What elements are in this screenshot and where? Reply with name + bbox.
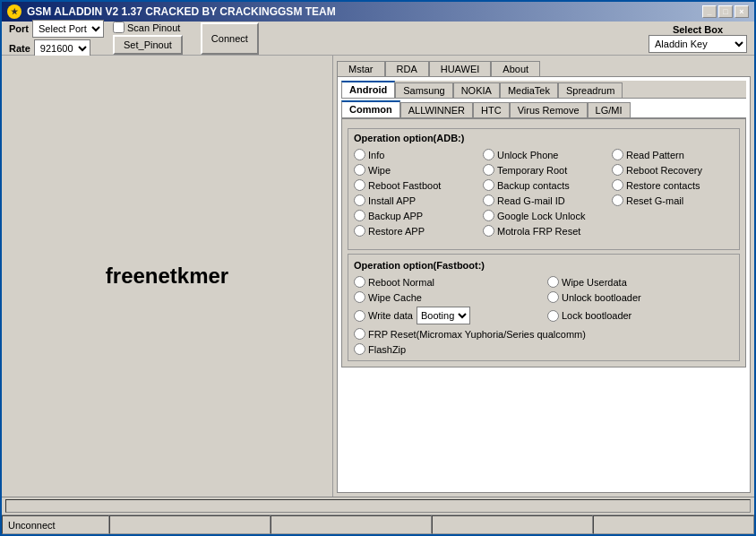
radio-google-lock-unlock[interactable]: Google Lock Unlock: [483, 210, 734, 221]
adb-section-title: Operation option(ADB:): [354, 133, 734, 143]
status-segment-3: [271, 515, 432, 534]
port-rate-section: Port Select Port Rate 921600: [9, 20, 104, 57]
status-segment-2: [109, 515, 271, 534]
main-window: ★ GSM ALADDIN V2 1.37 CRACKED BY CRACKIN…: [0, 0, 756, 536]
tab-spreadrum[interactable]: Spreadrum: [558, 82, 623, 98]
titlebar-controls: _ □ ×: [702, 5, 749, 18]
radio-restore-app[interactable]: Restore APP: [354, 225, 476, 237]
tab-virus-remove[interactable]: Virus Remove: [510, 102, 588, 117]
content-area: freenetkmer Mstar RDA HUAWEI About Andro…: [2, 56, 754, 497]
radio-wipe[interactable]: Wipe: [354, 164, 476, 176]
radio-read-gmail-id[interactable]: Read G-mail ID: [483, 195, 605, 206]
select-box-section: Select Box Aladdin Key: [649, 24, 747, 53]
radio-reboot-fastboot[interactable]: Reboot Fastboot: [354, 179, 476, 191]
tab-mstar[interactable]: Mstar: [337, 61, 385, 76]
titlebar: ★ GSM ALADDIN V2 1.37 CRACKED BY CRACKIN…: [2, 2, 754, 22]
fastboot-options-grid: Reboot Normal Wipe Userdata Wipe Cache U…: [354, 276, 734, 324]
scan-pinout-checkbox[interactable]: [113, 22, 125, 33]
tab-lg-mi[interactable]: LG/MI: [588, 102, 631, 117]
radio-flashzip[interactable]: FlashZip: [354, 343, 734, 355]
select-box-label: Select Box: [649, 24, 747, 35]
minimize-button[interactable]: _: [702, 5, 717, 18]
tab-content-area: Android Samsung NOKIA MediaTek Spreadrum…: [337, 76, 751, 493]
status-segment-1: Unconnect: [2, 515, 109, 534]
close-button[interactable]: ×: [735, 5, 749, 18]
radio-unlock-phone[interactable]: Unlock Phone: [483, 149, 605, 160]
radio-read-pattern[interactable]: Read Pattern: [612, 149, 734, 160]
radio-write-data[interactable]: Write data: [354, 310, 413, 322]
radio-motrola-frp[interactable]: Motrola FRP Reset: [483, 225, 734, 237]
radio-frp-reset[interactable]: FRP Reset(Micromax Yuphoria/Series qualc…: [354, 328, 734, 340]
tab-common[interactable]: Common: [341, 100, 400, 117]
write-data-row: Write data Booting: [354, 307, 540, 324]
select-box-select[interactable]: Aladdin Key: [649, 35, 747, 53]
radio-lock-bootloader[interactable]: Lock bootloader: [547, 307, 734, 324]
adb-section: Operation option(ADB:) Info Unlock Phone…: [348, 128, 740, 250]
left-panel: freenetkmer: [2, 56, 333, 497]
rate-select[interactable]: 921600: [34, 39, 90, 57]
window-title: GSM ALADDIN V2 1.37 CRACKED BY CRACKINGG…: [27, 5, 336, 18]
progress-bar: [5, 499, 751, 513]
rate-label: Rate: [9, 43, 30, 54]
radio-backup-app[interactable]: Backup APP: [354, 210, 476, 221]
radio-wipe-cache[interactable]: Wipe Cache: [354, 291, 540, 303]
port-section: Port Select Port: [9, 20, 104, 38]
connect-button[interactable]: Connect: [201, 22, 259, 55]
radio-backup-contacts[interactable]: Backup contacts: [483, 179, 605, 191]
scan-pinout-check[interactable]: Scan Pinout: [113, 22, 183, 33]
write-data-label: Write data: [368, 310, 413, 321]
pinout-section: Scan Pinout Set_Pinout: [113, 22, 183, 55]
tab-samsung[interactable]: Samsung: [395, 82, 452, 98]
port-select[interactable]: Select Port: [32, 20, 104, 38]
radio-install-app[interactable]: Install APP: [354, 195, 476, 206]
flashzip-row: FlashZip: [354, 343, 734, 355]
status-segment-5: [593, 515, 754, 534]
fastboot-section-title: Operation option(Fastboot:): [354, 260, 734, 271]
tab-htc[interactable]: HTC: [473, 102, 510, 117]
radio-wipe-userdata[interactable]: Wipe Userdata: [547, 276, 734, 288]
booting-select[interactable]: Booting: [417, 307, 470, 324]
tab-android[interactable]: Android: [341, 81, 395, 98]
right-panel: Mstar RDA HUAWEI About Android Samsung N…: [333, 56, 754, 497]
inner-content: Operation option(ADB:) Info Unlock Phone…: [341, 118, 746, 367]
tabs-row3: Common ALLWINNER HTC Virus Remove LG/MI: [341, 100, 746, 118]
adb-options-grid: Info Unlock Phone Read Pattern Wipe Temp…: [354, 149, 734, 237]
toolbar: Port Select Port Rate 921600 Scan Pinout…: [2, 22, 754, 56]
radio-restore-contacts[interactable]: Restore contacts: [612, 179, 734, 191]
status-bar: Unconnect: [2, 514, 754, 534]
status-text: Unconnect: [8, 520, 56, 531]
app-icon: ★: [7, 4, 21, 19]
tab-rda[interactable]: RDA: [385, 61, 429, 76]
frp-reset-row: FRP Reset(Micromax Yuphoria/Series qualc…: [354, 328, 734, 340]
maximize-button[interactable]: □: [718, 5, 733, 18]
port-label: Port: [9, 23, 29, 34]
scan-pinout-label: Scan Pinout: [127, 22, 180, 33]
radio-reboot-normal[interactable]: Reboot Normal: [354, 276, 540, 288]
set-pinout-button[interactable]: Set_Pinout: [113, 35, 183, 55]
fastboot-section: Operation option(Fastboot:) Reboot Norma…: [348, 254, 740, 361]
radio-info[interactable]: Info: [354, 149, 476, 160]
rate-section: Rate 921600: [9, 39, 104, 57]
tab-about[interactable]: About: [491, 61, 540, 76]
tab-nokia[interactable]: NOKIA: [453, 82, 500, 98]
radio-temporary-root[interactable]: Temporary Root: [483, 164, 605, 176]
radio-unlock-bootloader[interactable]: Unlock bootloader: [547, 291, 734, 303]
tabs-row1: Mstar RDA HUAWEI About: [337, 59, 751, 76]
tab-allwinner[interactable]: ALLWINNER: [400, 102, 473, 117]
radio-reset-gmail[interactable]: Reset G-mail: [612, 195, 734, 206]
tabs-row2: Android Samsung NOKIA MediaTek Spreadrum: [341, 81, 746, 99]
status-segment-4: [432, 515, 593, 534]
progress-bar-area: [2, 497, 754, 514]
tab-mediatek[interactable]: MediaTek: [500, 82, 558, 98]
watermark-text: freenetkmer: [106, 264, 228, 289]
right-panel-inner: Mstar RDA HUAWEI About Android Samsung N…: [337, 59, 751, 493]
titlebar-title-group: ★ GSM ALADDIN V2 1.37 CRACKED BY CRACKIN…: [7, 4, 336, 19]
radio-reboot-recovery[interactable]: Reboot Recovery: [612, 164, 734, 176]
tab-huawei[interactable]: HUAWEI: [429, 61, 492, 76]
